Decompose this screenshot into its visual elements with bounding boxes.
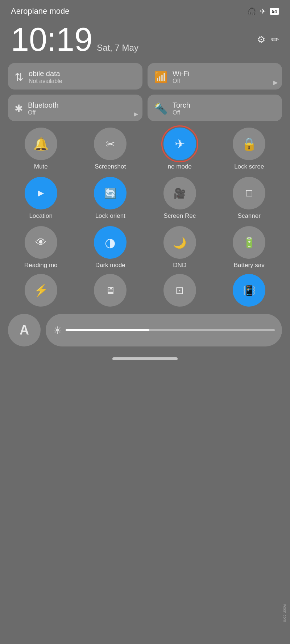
dnd-item[interactable]: 🌙 DND — [147, 226, 213, 269]
reading-mode-item[interactable]: 👁 Reading mo — [8, 226, 74, 269]
nav-bar — [0, 346, 290, 364]
mobile-data-icon: ⇅ — [14, 71, 24, 83]
mute-item[interactable]: 🔔 Mute — [8, 128, 74, 170]
lock-orient-label: Lock orient — [95, 212, 125, 220]
lock-orient-item[interactable]: 🔄 Lock orient — [78, 177, 144, 220]
flash-item[interactable]: ⚡ — [8, 274, 74, 307]
lock-orient-circle: 🔄 — [94, 177, 127, 209]
circle-grid-row1: 🔔 Mute ✂ Screenshot ✈ ne mode 🔒 Lock scr… — [0, 121, 290, 170]
brightness-fill — [66, 329, 149, 331]
lock-screen-circle: 🔒 — [233, 128, 265, 160]
font-size-button[interactable]: A — [8, 314, 41, 346]
font-icon: A — [20, 323, 29, 338]
airplane-mode-circle: ✈ — [163, 128, 196, 160]
scanner-circle: □ — [233, 177, 265, 209]
slider-section: A ☀ — [0, 307, 290, 346]
scanner-label: Scanner — [238, 212, 261, 220]
torch-status: Off — [173, 109, 190, 116]
reading-mode-circle: 👁 — [25, 226, 57, 259]
status-bar-title: Aeroplane mode — [11, 7, 69, 16]
wifi-status: Off — [173, 78, 190, 84]
time-text: 10:19 — [11, 23, 92, 56]
wifi-arrow: ▶ — [273, 79, 278, 86]
brightness-icon: ☀ — [53, 324, 62, 336]
bluetooth-tile[interactable]: ✱ Bluetooth Off ▶ — [8, 95, 142, 121]
airplane-icon: ✈ — [260, 7, 266, 16]
bluetooth-name: Bluetooth — [28, 101, 59, 109]
watermark: wxdn.com — [283, 604, 287, 622]
scanner-item[interactable]: □ Scanner — [216, 177, 282, 220]
dnd-label: DND — [173, 262, 186, 269]
screenshot-label: Screenshot — [95, 163, 126, 170]
mute-circle: 🔔 — [25, 128, 57, 160]
cast-item[interactable]: ⊡ — [147, 274, 213, 307]
time-display: 10:19 Sat, 7 May — [11, 23, 138, 56]
reading-mode-label: Reading mo — [24, 262, 58, 269]
battery-saver-label: Battery sav — [234, 262, 265, 269]
status-bar: Aeroplane mode 🎧 ✈ 54 — [0, 0, 290, 20]
airplane-mode-item[interactable]: ✈ ne mode — [147, 128, 213, 170]
mobile-data-tile[interactable]: ⇅ obile data Not available — [8, 63, 142, 90]
nav-pill — [112, 357, 178, 360]
vibrate-item[interactable]: 📳 — [216, 274, 282, 307]
date-text: Sat, 7 May — [97, 43, 138, 53]
screen-rec-item[interactable]: 🎥 Screen Rec — [147, 177, 213, 220]
mute-label: Mute — [34, 163, 48, 170]
battery-saver-item[interactable]: 🔋 Battery sav — [216, 226, 282, 269]
cast-circle: ⊡ — [163, 274, 196, 307]
torch-name: Torch — [173, 101, 190, 109]
vibrate-circle: 📳 — [233, 274, 265, 307]
wifi-tile[interactable]: 📶 Wi-Fi Off ▶ — [148, 63, 282, 90]
quick-tiles: ⇅ obile data Not available 📶 Wi-Fi Off ▶… — [0, 63, 290, 121]
location-circle: ► — [25, 177, 57, 209]
display-circle: 🖥 — [94, 274, 127, 307]
flash-circle: ⚡ — [25, 274, 57, 307]
brightness-slider[interactable]: ☀ — [46, 314, 282, 346]
screenshot-item[interactable]: ✂ Screenshot — [78, 128, 144, 170]
tile-row-2: ✱ Bluetooth Off ▶ 🔦 Torch Off — [8, 95, 282, 121]
bottom-row: ⚡ 🖥 ⊡ 📳 — [0, 269, 290, 307]
lock-screen-label: Lock scree — [234, 163, 264, 170]
wifi-icon: 📶 — [154, 71, 167, 83]
bluetooth-status: Off — [28, 109, 59, 116]
torch-icon: 🔦 — [154, 102, 167, 115]
circle-grid-row2: ► Location 🔄 Lock orient 🎥 Screen Rec □ … — [0, 170, 290, 220]
bluetooth-arrow: ▶ — [134, 111, 138, 117]
location-label: Location — [29, 212, 53, 220]
screen-rec-circle: 🎥 — [163, 177, 196, 209]
screenshot-circle: ✂ — [94, 128, 127, 160]
torch-tile[interactable]: 🔦 Torch Off — [148, 95, 282, 121]
dark-mode-circle: ◑ — [94, 226, 127, 259]
display-item[interactable]: 🖥 — [78, 274, 144, 307]
bluetooth-icon: ✱ — [14, 103, 23, 115]
mobile-data-name: obile data — [29, 70, 62, 78]
wifi-name: Wi-Fi — [173, 70, 190, 78]
time-actions: ⚙ ✏ — [257, 34, 279, 45]
edit-icon[interactable]: ✏ — [271, 34, 279, 45]
brightness-bar — [66, 329, 275, 331]
location-item[interactable]: ► Location — [8, 177, 74, 220]
lock-screen-item[interactable]: 🔒 Lock scree — [216, 128, 282, 170]
time-section: 10:19 Sat, 7 May ⚙ ✏ — [0, 20, 290, 63]
dark-mode-label: Dark mode — [95, 262, 125, 269]
battery-saver-circle: 🔋 — [233, 226, 265, 259]
screen-rec-label: Screen Rec — [163, 212, 196, 220]
airplane-mode-label: ne mode — [168, 163, 192, 170]
tile-row-1: ⇅ obile data Not available 📶 Wi-Fi Off ▶ — [8, 63, 282, 90]
circle-grid-row3: 👁 Reading mo ◑ Dark mode 🌙 DND 🔋 Battery… — [0, 220, 290, 269]
headphone-icon: 🎧 — [247, 7, 256, 16]
dnd-circle: 🌙 — [163, 226, 196, 259]
battery-icon: 54 — [270, 8, 279, 15]
settings-icon[interactable]: ⚙ — [257, 34, 265, 45]
mobile-data-status: Not available — [29, 78, 62, 84]
dark-mode-item[interactable]: ◑ Dark mode — [78, 226, 144, 269]
status-bar-icons: 🎧 ✈ 54 — [247, 7, 279, 16]
